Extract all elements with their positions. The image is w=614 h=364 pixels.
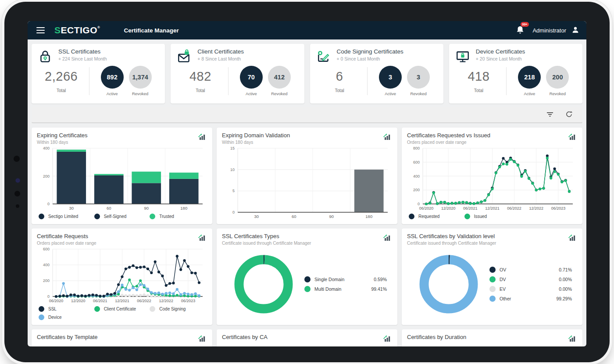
svg-text:400: 400: [43, 263, 50, 267]
chart-options-button[interactable]: [567, 132, 577, 143]
chart-legend: SSLClient CertificateCode SigningDevice: [37, 304, 207, 323]
chart-card-certificates-by-duration: Certificates by Duration: [402, 329, 582, 346]
svg-text:12/2021: 12/2021: [115, 299, 129, 303]
chart-subtitle: Certificate issued through Certificate M…: [222, 241, 311, 246]
stat-title: Device Certificates: [476, 48, 525, 55]
chart-options-button[interactable]: [382, 334, 392, 344]
active-label: Active: [518, 91, 541, 96]
bar-chart-icon: [197, 133, 206, 140]
svg-text:12/2022: 12/2022: [159, 299, 173, 303]
legend-dot: [39, 306, 44, 312]
legend-dot: [304, 286, 311, 292]
legend-item: Device: [39, 313, 94, 321]
chart-title: SSL Certificates Types: [222, 233, 311, 239]
dashboard-content: SSL Certificates + 224 Since Last Month …: [28, 39, 586, 346]
total-count: 418: [460, 69, 497, 84]
chart-options-button[interactable]: [196, 132, 207, 143]
legend-dot: [489, 267, 496, 273]
revoked-count-badge: 1,374: [129, 66, 152, 89]
user-menu-button[interactable]: [571, 26, 579, 35]
legend-item: Multi Domain99.41%: [304, 284, 387, 294]
chart-title: Expiring Certificates: [37, 132, 88, 139]
svg-text:12/2021: 12/2021: [485, 206, 500, 211]
stat-title: Code Signing Certificates: [337, 48, 403, 55]
chart-options-button[interactable]: [567, 334, 577, 344]
svg-text:60: 60: [107, 206, 111, 211]
bar-chart-icon: [382, 234, 391, 241]
total-label: Total: [182, 88, 219, 93]
chart-options-button[interactable]: [196, 233, 207, 243]
chart-options-button[interactable]: [382, 132, 392, 143]
chart-options-button[interactable]: [567, 233, 577, 243]
chart-options-button[interactable]: [196, 334, 207, 344]
svg-text:06/2020: 06/2020: [49, 299, 64, 303]
svg-text:90: 90: [144, 206, 149, 211]
divider: [89, 67, 89, 95]
legend-item: Code Signing: [150, 305, 205, 313]
bar-chart-icon: [568, 335, 576, 342]
chart-card-expiring-domain-validation: Expiring Domain Validation Within 180 da…: [217, 128, 397, 224]
revoked-count-badge: 412: [268, 66, 291, 89]
legend-dot: [489, 276, 496, 282]
legend-dot: [489, 286, 496, 292]
total-count: 2,266: [43, 69, 80, 84]
chart-subtitle: Within 180 days: [37, 140, 88, 145]
legend-item: Requested: [409, 212, 464, 221]
svg-text:180: 180: [365, 214, 372, 219]
expiring-domain-validation-chart: 051015306090180: [222, 145, 392, 220]
chart-title: SSL Certificates by Validation level: [407, 233, 496, 239]
legend-item: Single Domain0.59%: [304, 275, 387, 284]
logo-s: S: [54, 25, 61, 35]
stat-cards-row: SSL Certificates + 224 Since Last Month …: [32, 44, 582, 103]
notification-badge: 99+: [521, 22, 529, 27]
legend-dot: [489, 296, 496, 302]
refresh-icon: [565, 111, 573, 118]
chart-title: Certificate Requests: [37, 233, 96, 239]
bar-chart-icon: [568, 133, 576, 140]
revoked-label: Revoked: [546, 91, 569, 96]
stat-delta: + 0 Since Last Month: [337, 56, 403, 61]
refresh-button[interactable]: [562, 109, 576, 121]
svg-text:0: 0: [232, 210, 235, 214]
divider: [228, 67, 228, 95]
chart-subtitle: Orders placed over date range: [37, 241, 96, 246]
total-label: Total: [43, 88, 80, 93]
total-count: 6: [321, 69, 358, 84]
svg-text:200: 200: [413, 188, 420, 192]
chart-subtitle: Within 180 days: [222, 140, 290, 145]
filter-button[interactable]: [543, 110, 557, 121]
page-title: Certificate Manager: [124, 27, 178, 34]
legend-item: OV0.71%: [489, 265, 572, 275]
bar-chart-icon: [382, 335, 391, 342]
svg-text:12/2020: 12/2020: [441, 206, 456, 211]
svg-text:30: 30: [254, 214, 259, 219]
revoked-label: Revoked: [268, 91, 291, 96]
notifications-button[interactable]: 99+: [516, 25, 527, 36]
logo-registered-mark: ®: [97, 25, 100, 29]
legend-item: Client Certificate: [94, 305, 150, 313]
svg-text:0: 0: [47, 294, 50, 299]
hamburger-menu-button[interactable]: [35, 24, 46, 37]
active-label: Active: [379, 91, 402, 96]
certificates-by-template-chart: [37, 344, 207, 346]
legend-item: Sectigo Limited: [39, 212, 94, 221]
chart-options-button[interactable]: [382, 233, 392, 243]
bar-chart-icon: [197, 335, 206, 342]
stat-delta: + 224 Since Last Month: [58, 56, 107, 61]
donut-legend: Single Domain0.59%Multi Domain99.41%: [304, 275, 389, 294]
top-app-bar: SECTIGO® Certificate Manager 99+ Adminis…: [28, 21, 586, 39]
svg-text:06/2023: 06/2023: [181, 299, 196, 303]
tablet-frame: SECTIGO® Certificate Manager 99+ Adminis…: [4, 2, 610, 362]
revoked-label: Revoked: [407, 91, 430, 96]
certificates-by-duration-chart: [407, 344, 577, 346]
app-screen: SECTIGO® Certificate Manager 99+ Adminis…: [28, 21, 586, 346]
client-certificate-icon: [177, 49, 192, 64]
svg-text:600: 600: [43, 247, 50, 251]
svg-text:200: 200: [43, 174, 50, 178]
svg-text:180: 180: [180, 206, 187, 211]
bar-chart-icon: [197, 234, 206, 241]
chart-card-expiring-certificates: Expiring Certificates Within 180 days 02…: [32, 128, 212, 224]
chart-title: Expiring Domain Validation: [222, 132, 290, 139]
certificates-by-ca-chart: [222, 344, 392, 346]
requested-vs-issued-chart: 020040060080006/202012/202006/202112/202…: [407, 145, 577, 212]
